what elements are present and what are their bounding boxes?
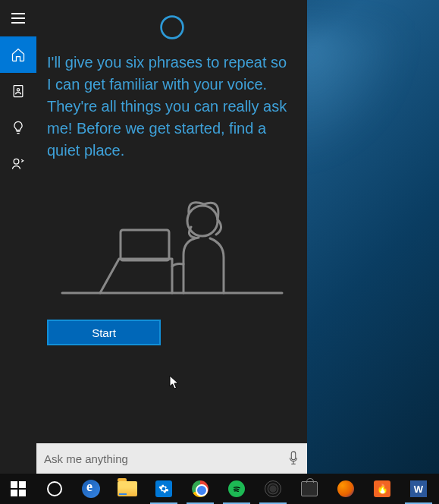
taskbar-chrome-button[interactable]	[182, 474, 218, 504]
home-icon	[11, 47, 26, 62]
spotify-icon	[228, 480, 245, 497]
taskbar: W	[0, 474, 439, 504]
cortana-logo-icon	[158, 14, 186, 41]
taskbar-firefox-button[interactable]	[328, 474, 364, 504]
flame-icon	[374, 480, 390, 497]
hamburger-icon	[11, 13, 25, 24]
word-icon: W	[410, 480, 427, 497]
mouse-cursor-icon	[169, 375, 180, 390]
hamburger-menu-button[interactable]	[0, 0, 36, 36]
taskbar-store-button[interactable]	[291, 474, 328, 504]
taskbar-edge-button[interactable]	[73, 474, 109, 504]
taskbar-cortana-button[interactable]	[36, 474, 73, 504]
feedback-icon	[11, 156, 26, 172]
rail-notebook-button[interactable]	[0, 73, 36, 109]
instruction-text: I'll give you six phrases to repeat so I…	[36, 52, 307, 162]
rail-feedback-button[interactable]	[0, 146, 36, 182]
cortana-ring-icon	[47, 481, 62, 496]
firefox-icon	[337, 480, 354, 497]
cortana-left-rail	[0, 0, 36, 474]
svg-rect-7	[291, 452, 295, 460]
chrome-icon	[192, 480, 209, 497]
search-box[interactable]	[36, 443, 307, 474]
folder-icon	[118, 481, 137, 496]
notebook-icon	[11, 83, 26, 99]
svg-point-3	[161, 17, 183, 39]
rail-tips-button[interactable]	[0, 109, 36, 146]
svg-point-6	[187, 206, 218, 236]
svg-point-2	[14, 159, 19, 164]
taskbar-settings-button[interactable]	[146, 474, 182, 504]
taskbar-word-button[interactable]: W	[400, 474, 437, 504]
voice-training-illustration	[58, 183, 286, 297]
windows-logo-icon	[11, 481, 26, 496]
rail-home-button[interactable]	[0, 36, 36, 73]
taskbar-spotify-button[interactable]	[218, 474, 255, 504]
taskbar-file-explorer-button[interactable]	[109, 474, 146, 504]
edge-icon	[82, 480, 100, 498]
start-button[interactable]: Start	[47, 320, 161, 345]
obs-icon	[265, 480, 281, 497]
cortana-main-area: I'll give you six phrases to repeat so I…	[36, 0, 307, 474]
cortana-panel: I'll give you six phrases to repeat so I…	[0, 0, 307, 474]
svg-point-1	[17, 89, 19, 91]
taskbar-obs-button[interactable]	[255, 474, 291, 504]
taskbar-start-button[interactable]	[0, 474, 36, 504]
svg-rect-5	[121, 230, 169, 260]
shopping-bag-icon	[301, 481, 318, 496]
gear-icon	[155, 480, 172, 497]
microphone-icon[interactable]	[287, 451, 299, 466]
search-input[interactable]	[44, 452, 287, 465]
taskbar-curse-button[interactable]	[364, 474, 400, 504]
lightbulb-icon	[11, 120, 26, 135]
